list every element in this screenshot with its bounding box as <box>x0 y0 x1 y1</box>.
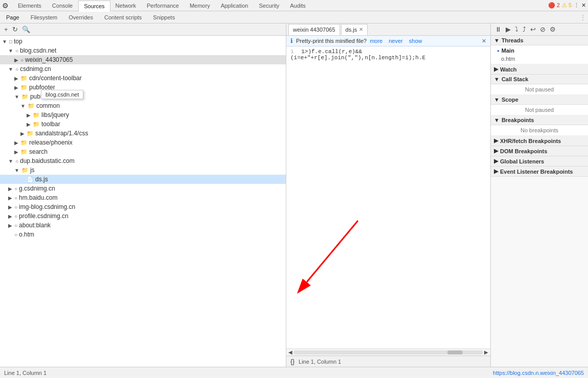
tree-item-img-blog[interactable]: ▶ ○ img-blog.csdnimg.cn <box>0 202 286 211</box>
section-header-call-stack[interactable]: ▼ Call Stack <box>491 75 588 84</box>
section-header-xhr[interactable]: ▶ XHR/fetch Breakpoints <box>491 136 588 146</box>
section-label-breakpoints: Breakpoints <box>502 117 534 123</box>
section-content-scope: Not paused <box>491 105 588 115</box>
pretty-print-more-link[interactable]: more <box>370 38 382 44</box>
more-tools-icon[interactable]: ⋮ <box>574 2 579 9</box>
pretty-print-show-link[interactable]: show <box>409 38 422 44</box>
spacer: ▶ <box>20 177 25 182</box>
sub-tab-overrides[interactable]: Overrides <box>64 13 97 21</box>
tree-item-js-folder[interactable]: ▼ 📁 js <box>0 166 286 175</box>
code-area[interactable]: 1 1>)f.e.call(r,e)&&(i=e+"+r[e].join(","… <box>286 46 490 348</box>
section-content-breakpoints: No breakpoints <box>491 125 588 136</box>
tab-audits[interactable]: Audits <box>285 0 311 11</box>
tree-item-o-htm[interactable]: ▶ ○ o.htm <box>0 230 286 239</box>
main-tab-nav: Elements Console Sources Network Perform… <box>13 0 311 11</box>
tree-item-common[interactable]: ▼ 📁 common <box>0 101 286 110</box>
thread-item-main[interactable]: ● Main <box>491 46 588 55</box>
code-line-1: 1 1>)f.e.call(r,e)&&(i=e+"+r[e].join(","… <box>290 49 486 61</box>
settings-btn[interactable]: ⚙ <box>549 26 557 33</box>
section-header-scope[interactable]: ▼ Scope <box>491 95 588 105</box>
close-icon[interactable]: ✕ <box>581 2 586 9</box>
expand-arrow: ▶ <box>8 195 12 201</box>
tree-item-about-blank[interactable]: ▶ ○ about:blank <box>0 221 286 230</box>
pretty-print-never-link[interactable]: never <box>389 38 403 44</box>
domain-icon: ○ <box>15 48 18 54</box>
tab-sources[interactable]: Sources <box>78 1 110 12</box>
section-header-dom[interactable]: ▶ DOM Breakpoints <box>491 146 588 156</box>
thread-item-o-htm[interactable]: o.htm <box>491 55 588 63</box>
tab-performance[interactable]: Performance <box>142 0 185 11</box>
refresh-icon[interactable]: ↻ <box>11 26 19 33</box>
status-position: Line 1, Column 1 <box>4 370 47 376</box>
domain-icon: ○ <box>14 214 17 219</box>
deactivate-btn[interactable]: ⊘ <box>539 26 547 33</box>
pretty-close-icon[interactable]: ✕ <box>482 38 486 44</box>
tree-label-hm-baidu: hm.baidu.com <box>19 194 57 201</box>
sub-tab-content-scripts[interactable]: Content scripts <box>100 13 146 21</box>
step-into-btn[interactable]: ⤴ <box>522 26 527 33</box>
tree-label-o-htm: o.htm <box>19 231 34 238</box>
section-header-breakpoints[interactable]: ▼ Breakpoints <box>491 115 588 125</box>
expand-arrow: ▶ <box>14 85 18 90</box>
center-panel: weixin 44307065 ds.js ✕ ℹ Pretty-print t… <box>286 23 491 367</box>
tree-item-cdn[interactable]: ▶ 📁 cdn/content-toolbar <box>0 74 286 83</box>
right-panel: ⏸ ▶ ⤵ ⤴ ↩ ⊘ ⚙ ▼ Threads ● Main o.htm <box>491 23 588 367</box>
tree-item-top[interactable]: ▼ □ top <box>0 37 286 46</box>
section-header-watch[interactable]: ▶ Watch <box>491 64 588 75</box>
folder-icon: 📁 <box>28 103 35 109</box>
file-tab-weixin[interactable]: weixin 44307065 <box>288 24 340 35</box>
cursor-position: Line 1, Column 1 <box>299 359 341 365</box>
tree-item-csdnimg[interactable]: ▼ ○ csdnimg.cn <box>0 64 286 74</box>
section-label-threads: Threads <box>502 37 524 43</box>
tab-security[interactable]: Security <box>254 0 285 11</box>
tree-item-baidustatic[interactable]: ▼ ○ dup.baidustatic.com <box>0 156 286 166</box>
add-folder-icon[interactable]: + <box>3 26 9 33</box>
step-out-btn[interactable]: ↩ <box>529 26 537 33</box>
tree-item-hm-baidu[interactable]: ▶ ○ hm.baidu.com <box>0 193 286 202</box>
section-header-threads[interactable]: ▼ Threads <box>491 36 588 45</box>
expand-arrow: ▶ <box>8 214 12 219</box>
tree-item-g-csdnimg[interactable]: ▶ ○ g.csdnimg.cn <box>0 184 286 193</box>
section-header-event-listener[interactable]: ▶ Event Listener Breakpoints <box>491 167 588 177</box>
search-files-icon[interactable]: 🔍 <box>21 26 31 33</box>
section-arrow-scope: ▼ <box>494 97 500 103</box>
tree-item-release[interactable]: ▶ 📁 release/phoenix <box>0 138 286 147</box>
file-tab-close-ds-js[interactable]: ✕ <box>359 27 363 32</box>
tree-item-profile-csdnimg[interactable]: ▶ ○ profile.csdnimg.cn <box>0 211 286 221</box>
pause-btn[interactable]: ⏸ <box>494 26 503 33</box>
sub-tab-page[interactable]: Page <box>2 13 24 21</box>
horizontal-scrollbar[interactable]: ◀ ▶ <box>286 348 490 356</box>
sub-tab-snippets[interactable]: Snippets <box>149 13 179 21</box>
tree-item-search[interactable]: ▶ 📁 search <box>0 147 286 156</box>
domain-icon: ○ <box>14 186 17 192</box>
resume-btn[interactable]: ▶ <box>505 26 512 33</box>
tree-item-ds-js[interactable]: ▶ 📄 ds.js <box>0 175 286 184</box>
scroll-right-arrow[interactable]: ▶ <box>483 349 489 355</box>
tab-elements[interactable]: Elements <box>13 0 47 11</box>
section-header-global-listeners[interactable]: ▶ Global Listeners <box>491 156 588 167</box>
tree-item-toolbar[interactable]: ▶ 📁 toolbar <box>0 120 286 129</box>
tree-item-libs-jquery[interactable]: ▶ 📁 libs/jquery <box>0 110 286 120</box>
expand-arrow: ▶ <box>20 131 25 136</box>
section-arrow-event-listener: ▶ <box>494 168 498 175</box>
pretty-print-toggle[interactable]: {} <box>290 358 295 365</box>
scroll-track[interactable] <box>293 350 483 355</box>
tree-item-weixin[interactable]: ▶ ○ weixin_44307065 blog.csdn.net <box>0 55 286 64</box>
scroll-left-arrow[interactable]: ◀ <box>287 349 293 355</box>
scroll-thumb[interactable] <box>447 350 463 355</box>
tab-application[interactable]: Application <box>216 0 254 11</box>
tab-console[interactable]: Console <box>47 0 78 11</box>
thread-label-main: Main <box>502 48 514 54</box>
tree-label-libs-jquery: libs/jquery <box>41 111 69 119</box>
tree-item-blog-csdn[interactable]: ▼ ○ blog.csdn.net <box>0 46 286 55</box>
expand-arrow: ▶ <box>14 76 18 81</box>
folder-icon: 📁 <box>27 130 34 137</box>
tab-network[interactable]: Network <box>110 0 142 11</box>
step-over-btn[interactable]: ⤵ <box>514 26 519 33</box>
file-tab-ds-js[interactable]: ds.js ✕ <box>341 24 368 35</box>
tree-label-g-csdnimg: g.csdnimg.cn <box>19 185 55 192</box>
sub-tab-filesystem[interactable]: Filesystem <box>27 13 62 21</box>
status-bar: Line 1, Column 1 https://blog.csdn.n.wei… <box>0 367 588 378</box>
tree-item-sandalstrap[interactable]: ▶ 📁 sandalstrap/1.4/css <box>0 129 286 138</box>
tab-memory[interactable]: Memory <box>185 0 216 11</box>
